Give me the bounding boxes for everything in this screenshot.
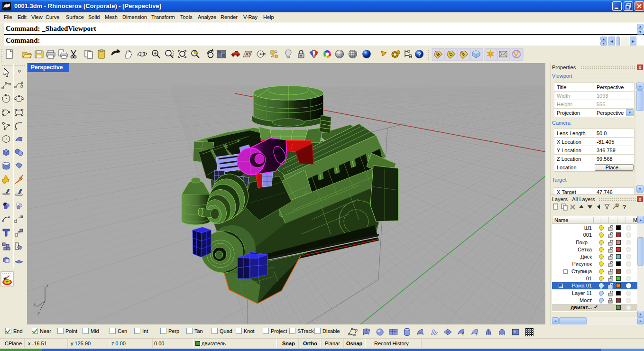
svg-text:1: 1 [462,332,464,336]
svg-text:?: ? [623,204,626,211]
svg-text:y: y [37,310,40,315]
svg-text:?: ? [417,51,421,58]
svg-text:x: x [33,302,36,307]
svg-text:z: z [46,283,48,288]
svg-text:2: 2 [475,332,478,336]
